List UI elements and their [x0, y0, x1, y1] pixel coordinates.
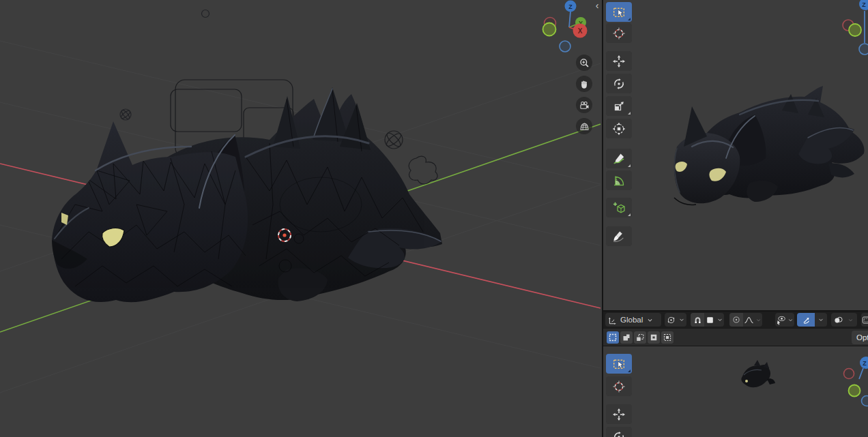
- xray-icon: [861, 315, 868, 325]
- camera-view-button[interactable]: [576, 97, 592, 113]
- tool-move-button[interactable]: [606, 51, 632, 71]
- proportional-falloff-button[interactable]: [743, 313, 755, 327]
- zoom-icon: [579, 57, 590, 69]
- pivot-point-dropdown[interactable]: [665, 313, 686, 327]
- select-mode-invert-button[interactable]: [648, 331, 660, 344]
- viewport-tertiary[interactable]: Z: [603, 346, 868, 437]
- gizmo-axis-z[interactable]: Z: [565, 1, 577, 12]
- tool-select-box-button[interactable]: [606, 2, 632, 22]
- proportional-editing-group: [729, 313, 762, 327]
- add-cube-icon: [612, 201, 626, 215]
- gizmo-x-label: X: [578, 27, 583, 35]
- nav-gizmo-tertiary[interactable]: Z: [844, 357, 868, 406]
- snap-target-icon: [706, 316, 714, 325]
- gizmo-dropdown[interactable]: [815, 313, 827, 327]
- select-mode-intersect-button[interactable]: [661, 331, 674, 344]
- mode-subtract-icon: [635, 333, 645, 342]
- blender-workspace: { "app": {"name": "Blender 3D Viewport W…: [0, 0, 868, 437]
- camera-icon: [579, 100, 590, 111]
- snap-dropdown[interactable]: [715, 313, 724, 327]
- show-gizmo-toggle[interactable]: [797, 313, 815, 327]
- tool-brush-button[interactable]: [606, 226, 632, 246]
- scene-canvas-secondary: Z: [603, 0, 868, 310]
- gizmo3-z-label: Z: [863, 360, 867, 367]
- tool-transform-button[interactable]: [606, 119, 632, 138]
- tool-cursor-button[interactable]: [606, 23, 632, 43]
- gizmo-z-label: Z: [568, 3, 573, 10]
- tool3-move-button[interactable]: [606, 404, 632, 424]
- mode-invert-icon: [649, 333, 659, 342]
- annotate-pencil-icon: [612, 152, 626, 166]
- options-label: Opt: [856, 333, 868, 342]
- select-mode-set-button[interactable]: [607, 331, 619, 344]
- brush-icon: [612, 230, 626, 243]
- proportional-circle-icon: [732, 315, 741, 325]
- tool3-rotate-button[interactable]: [606, 427, 632, 437]
- overlays-icon: [833, 315, 843, 325]
- pivot-point-icon: [666, 315, 676, 325]
- select-box-icon: [612, 357, 626, 371]
- nav-gizmo-secondary[interactable]: Z: [843, 0, 868, 55]
- measure-icon: [612, 174, 626, 187]
- rotate-icon: [612, 430, 626, 437]
- snap-toggle-button[interactable]: [691, 313, 704, 327]
- chevron-down-icon: [787, 316, 794, 324]
- mode-set-icon: [608, 333, 618, 342]
- pan-button[interactable]: [576, 76, 592, 92]
- tool-annotate-button[interactable]: [606, 149, 632, 168]
- gizmo-axis-z-neg[interactable]: [560, 41, 570, 52]
- orientation-label: Global: [619, 316, 646, 324]
- tool3-select-box-button[interactable]: [606, 354, 632, 374]
- tool-scale-button[interactable]: [606, 96, 632, 116]
- gizmo-arrow-icon: [801, 315, 811, 325]
- select-box-icon: [612, 5, 626, 19]
- transform-orientation-dropdown[interactable]: Global: [605, 313, 661, 327]
- tool-settings-bar: Opt: [603, 328, 868, 346]
- toggle-xray-button[interactable]: [861, 313, 868, 327]
- tool-rotate-button[interactable]: [606, 74, 632, 93]
- show-overlays-toggle[interactable]: [831, 313, 845, 327]
- proportional-dropdown[interactable]: [755, 313, 762, 327]
- object-visibility-dropdown[interactable]: [775, 313, 794, 327]
- gizmo3-x-ball: [844, 369, 854, 379]
- model3-eye: [745, 380, 748, 382]
- show-overlays-group: [831, 313, 857, 327]
- perspective-toggle-button[interactable]: [576, 118, 592, 134]
- snapping-group: [691, 313, 724, 327]
- viewport-header: Global: [603, 312, 868, 328]
- gizmo-axis-x[interactable]: X: [573, 24, 588, 38]
- cursor-3d-icon: [612, 27, 626, 40]
- zoom-button[interactable]: [576, 55, 592, 71]
- eye-pointer-icon: [776, 315, 786, 325]
- viewport-secondary[interactable]: Z: [603, 0, 868, 310]
- gizmo-axis-y-neg[interactable]: [543, 23, 556, 36]
- overlays-dropdown[interactable]: [845, 313, 856, 327]
- gizmo2-zneg-ball: [859, 44, 868, 55]
- model-tertiary: [741, 360, 775, 387]
- select-mode-extend-button[interactable]: [620, 331, 633, 344]
- proportional-editing-toggle[interactable]: [729, 313, 743, 327]
- gizmo3-y-ball: [849, 385, 860, 397]
- options-dropdown[interactable]: Opt: [852, 331, 868, 344]
- mode-extend-icon: [622, 333, 631, 342]
- right-region: Z Global: [603, 0, 868, 437]
- chevron-down-icon: [716, 316, 724, 324]
- snap-target-button[interactable]: [704, 313, 715, 327]
- sidebar-collapse-arrow[interactable]: ‹: [592, 1, 602, 12]
- chevron-down-icon: [678, 316, 686, 324]
- gizmo2-y-ball: [849, 24, 861, 36]
- grid-sphere-icon: [579, 121, 590, 132]
- tool-measure-button[interactable]: [606, 170, 632, 190]
- falloff-curve-icon: [744, 315, 754, 325]
- transform-icon: [612, 122, 626, 136]
- hand-icon: [579, 78, 590, 90]
- tool3-cursor-button[interactable]: [606, 376, 632, 396]
- viewport-nav-controls: [576, 55, 592, 139]
- tool-add-cube-button[interactable]: [606, 198, 632, 217]
- chevron-down-icon: [847, 316, 854, 324]
- move-icon: [612, 408, 626, 421]
- select-mode-subtract-button[interactable]: [634, 331, 646, 344]
- viewport-main[interactable]: Y X Z ‹: [0, 0, 602, 437]
- nav-gizmo-main[interactable]: Y X Z: [540, 0, 595, 57]
- mode-intersect-icon: [663, 333, 672, 342]
